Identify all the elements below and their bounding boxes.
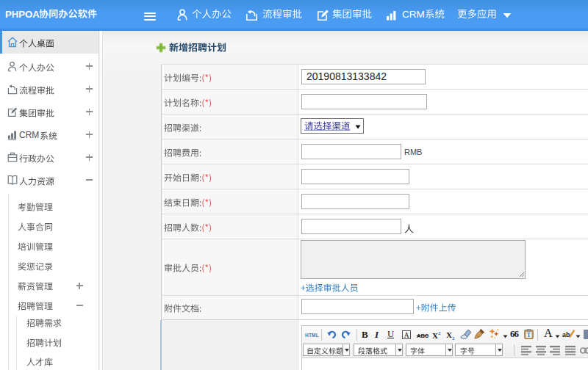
svg-text:T: T bbox=[527, 332, 531, 338]
